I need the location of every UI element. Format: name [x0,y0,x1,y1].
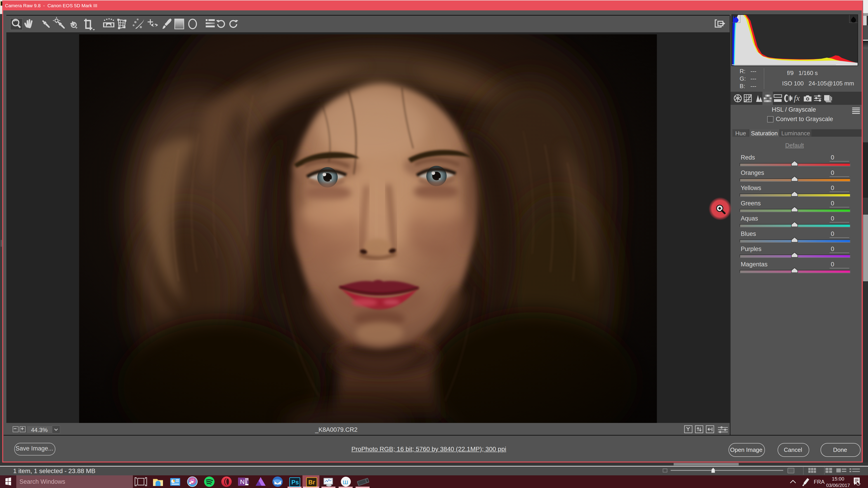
svg-text:N: N [240,478,245,485]
svg-text:ш: ш [343,478,348,486]
svg-text:Br: Br [308,479,315,486]
svg-text:Ps: Ps [291,479,299,486]
svg-text:03/06/2017: 03/06/2017 [826,483,850,488]
svg-text:15:00: 15:00 [832,476,844,482]
svg-text:FRA: FRA [814,479,825,485]
